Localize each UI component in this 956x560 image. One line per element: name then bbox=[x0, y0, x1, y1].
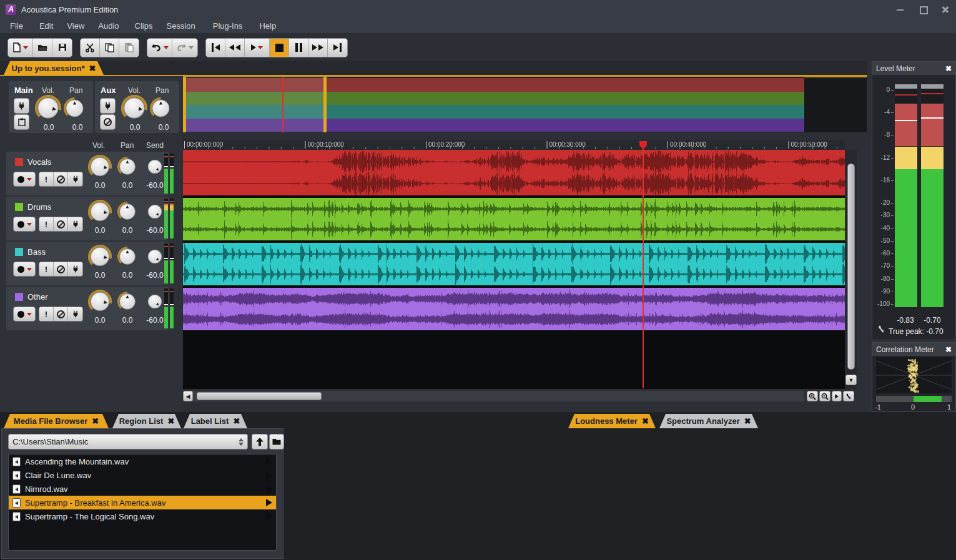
main-vol-knob[interactable] bbox=[35, 95, 61, 121]
media-tab-media-file-browser[interactable]: Media File Browser✖ bbox=[4, 414, 109, 428]
track-effects-button[interactable] bbox=[68, 262, 82, 276]
level-meter-settings-button[interactable] bbox=[877, 325, 886, 334]
menu-audio[interactable]: Audio bbox=[98, 19, 119, 32]
file-row[interactable]: Supertramp - The Logical Song.wav bbox=[9, 509, 276, 523]
track-solo-button[interactable]: ! bbox=[39, 307, 54, 321]
paste-button[interactable] bbox=[119, 39, 139, 57]
track-color-swatch[interactable] bbox=[15, 293, 23, 301]
menu-edit[interactable]: Edit bbox=[39, 19, 53, 32]
aux-pan-knob[interactable] bbox=[150, 97, 172, 119]
copy-button[interactable] bbox=[100, 39, 119, 57]
main-pan-knob[interactable] bbox=[64, 97, 86, 119]
close-icon[interactable] bbox=[941, 5, 950, 14]
overview-region-right-edge[interactable] bbox=[323, 77, 327, 132]
cut-button[interactable] bbox=[81, 39, 100, 57]
main-clipboard-button[interactable] bbox=[14, 114, 29, 130]
play-button[interactable] bbox=[245, 39, 270, 57]
file-row[interactable]: Supertramp - Breakfast in America.wav bbox=[9, 496, 276, 509]
overview-region-left-edge[interactable] bbox=[183, 77, 186, 132]
track-effects-button[interactable] bbox=[68, 217, 82, 231]
aux-vol-knob[interactable] bbox=[121, 95, 147, 121]
menu-session[interactable]: Session bbox=[166, 19, 195, 32]
file-row[interactable]: Ascending the Mountain.wav bbox=[9, 454, 276, 468]
close-tab-icon[interactable]: ✖ bbox=[92, 416, 99, 426]
menu-clips[interactable]: Clips bbox=[135, 19, 153, 32]
track-record-button[interactable] bbox=[13, 172, 36, 187]
file-play-button[interactable] bbox=[266, 513, 272, 520]
time-ruler[interactable] bbox=[183, 140, 845, 150]
folder-up-button[interactable] bbox=[252, 434, 268, 449]
menu-plugins[interactable]: Plug-Ins bbox=[213, 19, 243, 32]
menu-file[interactable]: File bbox=[10, 19, 23, 32]
timeline-settings-button[interactable] bbox=[843, 391, 854, 401]
close-tab-icon[interactable]: ✖ bbox=[233, 416, 240, 426]
close-panel-icon[interactable]: ✖ bbox=[945, 64, 952, 73]
open-button[interactable] bbox=[33, 39, 52, 57]
track-row-drums[interactable]: Drums! 0.00.0-60.0 bbox=[6, 197, 169, 240]
track-pan-knob[interactable] bbox=[117, 292, 137, 312]
scroll-down-button[interactable]: ▼ bbox=[845, 375, 857, 385]
maximize-icon[interactable] bbox=[919, 5, 927, 14]
file-play-button[interactable] bbox=[266, 458, 272, 465]
fast-forward-button[interactable] bbox=[308, 39, 328, 57]
track-effects-button[interactable] bbox=[68, 172, 82, 186]
save-button[interactable] bbox=[52, 39, 72, 57]
go-to-start-button[interactable] bbox=[206, 39, 225, 57]
track-vol-knob[interactable] bbox=[88, 245, 112, 268]
menu-help[interactable]: Help bbox=[259, 19, 276, 32]
track-send-knob[interactable] bbox=[146, 293, 164, 310]
track-record-button[interactable] bbox=[13, 262, 36, 277]
track-color-swatch[interactable] bbox=[15, 203, 23, 211]
meter-tab-spectrum-analyzer[interactable]: Spectrum Analyzer✖ bbox=[659, 414, 758, 428]
track-mute-button[interactable] bbox=[54, 307, 68, 321]
close-tab-icon[interactable]: ✖ bbox=[642, 416, 649, 426]
zoom-out-button[interactable] bbox=[819, 391, 830, 401]
track-solo-button[interactable]: ! bbox=[39, 262, 54, 276]
aux-mute-button[interactable] bbox=[100, 114, 116, 130]
rewind-button[interactable] bbox=[225, 39, 245, 57]
track-solo-button[interactable]: ! bbox=[39, 217, 54, 231]
track-send-knob[interactable] bbox=[146, 158, 164, 175]
track-mute-button[interactable] bbox=[54, 217, 68, 231]
new-session-button[interactable] bbox=[8, 39, 33, 57]
track-mute-button[interactable] bbox=[54, 172, 68, 186]
vertical-scrollbar-thumb[interactable] bbox=[847, 164, 855, 370]
waveform-area[interactable] bbox=[183, 150, 845, 331]
track-send-knob[interactable] bbox=[146, 248, 164, 265]
track-record-button[interactable] bbox=[13, 217, 36, 232]
meter-tab-loudness-meter[interactable]: Loudness Meter✖ bbox=[568, 414, 656, 428]
file-play-button[interactable] bbox=[266, 471, 272, 479]
track-row-other[interactable]: Other! 0.00.0-60.0 bbox=[6, 287, 169, 330]
file-row[interactable]: Nimrod.wav bbox=[9, 482, 276, 496]
overview-view-region[interactable] bbox=[185, 77, 325, 132]
track-send-knob[interactable] bbox=[146, 203, 164, 220]
main-effects-button[interactable] bbox=[14, 98, 29, 114]
file-play-button[interactable] bbox=[266, 485, 272, 493]
track-effects-button[interactable] bbox=[68, 307, 82, 321]
go-to-end-button[interactable] bbox=[328, 39, 347, 57]
track-row-vocals[interactable]: Vocals! 0.00.0-60.0 bbox=[6, 152, 169, 195]
tab-session[interactable]: Up to you.session* ✖ bbox=[4, 61, 104, 75]
close-tab-icon[interactable]: ✖ bbox=[744, 416, 751, 426]
redo-button[interactable] bbox=[172, 39, 197, 57]
zoom-in-button[interactable] bbox=[807, 391, 818, 401]
track-solo-button[interactable]: ! bbox=[39, 172, 54, 186]
menu-view[interactable]: View bbox=[67, 19, 84, 32]
horizontal-scrollbar-thumb[interactable] bbox=[197, 392, 322, 400]
undo-button[interactable] bbox=[147, 39, 172, 57]
close-tab-icon[interactable]: ✖ bbox=[89, 64, 96, 73]
track-pan-knob[interactable] bbox=[117, 202, 137, 222]
path-select[interactable]: C:\Users\Stian\Music bbox=[8, 434, 248, 449]
media-tab-label-list[interactable]: Label List✖ bbox=[184, 414, 247, 428]
track-vol-knob[interactable] bbox=[88, 155, 112, 179]
session-overview[interactable] bbox=[183, 77, 804, 132]
media-tab-region-list[interactable]: Region List✖ bbox=[112, 414, 181, 428]
track-vol-knob[interactable] bbox=[88, 200, 112, 224]
close-tab-icon[interactable]: ✖ bbox=[167, 416, 174, 426]
track-color-swatch[interactable] bbox=[15, 248, 23, 256]
browse-folder-button[interactable] bbox=[269, 434, 284, 449]
track-pan-knob[interactable] bbox=[117, 247, 137, 267]
aux-effects-button[interactable] bbox=[100, 98, 116, 114]
timeline-play-button[interactable] bbox=[832, 391, 842, 401]
file-row[interactable]: Clair De Lune.wav bbox=[9, 468, 276, 482]
